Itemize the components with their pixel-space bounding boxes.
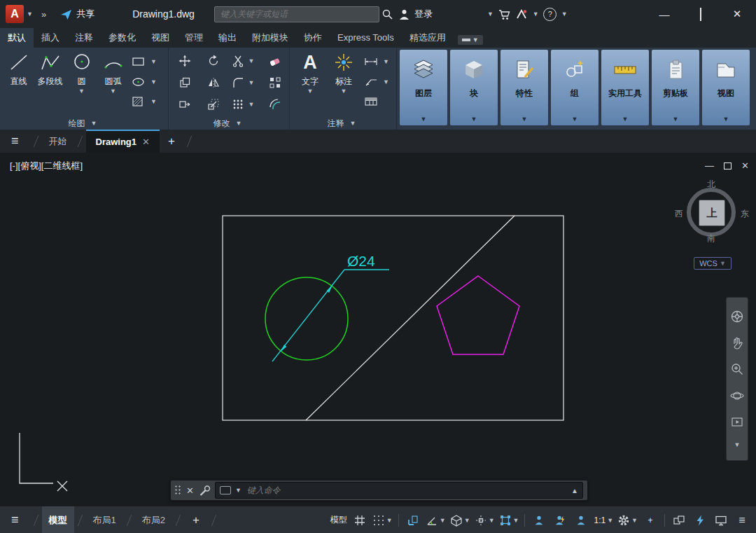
view-caret-icon[interactable]: ▼ [723,116,729,125]
leader-caret-icon[interactable]: ▼ [383,78,389,85]
help-icon[interactable]: ? [542,6,559,22]
clean-screen-button[interactable] [711,511,731,529]
diameter-dimension[interactable]: Ø24 [272,253,389,361]
user-icon[interactable] [396,6,413,22]
diagonal-line-shape[interactable] [306,216,514,420]
scale-button[interactable] [200,93,227,115]
viewcube-west-label[interactable]: 西 [675,208,683,220]
isodraft-button[interactable]: ▼ [449,511,472,529]
group-panel-tile[interactable]: 组 ▼ [551,50,598,125]
annotation-scale-button[interactable]: 1:1 ▼ [592,511,615,529]
tab-collaborate[interactable]: 协作 [296,28,330,48]
app-logo[interactable]: A [6,5,24,23]
viewcube-top-face[interactable]: 上 [699,200,725,226]
new-layout-button[interactable]: + [192,513,200,527]
text-button[interactable]: A 文字 ▼ [294,48,326,117]
fillet-caret-icon[interactable]: ▼ [248,79,255,86]
command-prompt-caret-icon[interactable]: ▼ [235,487,241,494]
annotation-autoscale-button[interactable] [550,511,570,529]
erase-button[interactable] [261,50,289,71]
linear-dimension-caret-icon[interactable]: ▼ [383,58,389,65]
explode-button[interactable] [261,71,289,93]
arc-button[interactable]: 圆弧 ▼ [97,48,129,117]
mirror-button[interactable] [200,71,227,93]
object-snap-caret-icon[interactable]: ▼ [513,517,519,524]
isolate-objects-button[interactable] [669,511,689,529]
customization-menu-button[interactable]: ≡ [732,511,752,529]
annotation-panel-label[interactable]: 注释▼ [290,117,396,130]
block-caret-icon[interactable]: ▼ [471,116,477,125]
command-close-icon[interactable]: ✕ [186,485,194,496]
search-icon[interactable] [379,6,396,22]
annotation-visibility-button[interactable] [529,511,549,529]
group-caret-icon[interactable]: ▼ [572,116,578,125]
leader-button[interactable]: ▼ [364,74,392,90]
annotation-scale-caret-icon[interactable]: ▼ [607,517,613,524]
tab-insert[interactable]: 插入 [34,28,67,48]
hatch-button[interactable]: ▼ [132,94,160,109]
trim-caret-icon[interactable]: ▼ [248,57,255,64]
file-tabs-menu-icon[interactable]: ≡ [11,134,19,148]
clipboard-caret-icon[interactable]: ▼ [673,116,679,125]
autodesk-access-icon[interactable] [513,6,530,22]
osnap-tracking-button[interactable]: ▼ [473,511,496,529]
pan-hand-icon[interactable] [730,336,744,350]
rectangle-caret-icon[interactable]: ▼ [150,58,157,65]
search-input[interactable] [219,8,374,20]
array-caret-icon[interactable]: ▼ [248,101,255,108]
command-input[interactable] [246,485,567,496]
arc-flyout-caret-icon[interactable]: ▼ [110,88,116,95]
dimension-button[interactable]: 标注 ▼ [326,48,361,117]
login-caret-icon[interactable]: ▼ [487,11,493,18]
object-snap-button[interactable]: ▼ [498,511,521,529]
stretch-button[interactable] [170,93,200,115]
line-button[interactable]: 直线 [3,48,34,117]
tab-express-tools[interactable]: Express Tools [330,28,402,48]
search-box[interactable] [214,6,379,22]
tab-featured-apps[interactable]: 精选应用 [402,28,454,48]
customize-plus-button[interactable]: + [640,511,660,529]
hatch-caret-icon[interactable]: ▼ [150,98,157,105]
command-line[interactable]: ✕ ▼ ▲ [170,480,588,501]
command-grip-handle[interactable] [174,485,181,496]
viewport-close-icon[interactable]: ✕ [741,160,749,171]
tab-addins[interactable]: 附加模块 [244,28,296,48]
snap-mode-button[interactable]: ▼ [371,511,394,529]
model-tab[interactable]: 模型 [42,506,74,533]
dynamic-input-button[interactable] [403,511,423,529]
close-button[interactable]: ✕ [731,8,743,20]
layers-caret-icon[interactable]: ▼ [421,116,427,125]
workspace-caret-icon[interactable]: ▼ [631,517,638,524]
app-menu-caret-icon[interactable]: ▼ [27,11,33,18]
command-history-caret-icon[interactable]: ▲ [571,487,578,494]
command-prompt-icon[interactable] [220,486,231,494]
navbar-caret-icon[interactable]: ▼ [734,441,741,448]
circle-shape[interactable] [265,277,348,360]
circle-flyout-caret-icon[interactable]: ▼ [78,88,85,95]
close-tab-icon[interactable]: ✕ [142,137,150,147]
layout2-tab[interactable]: 布局2 [135,506,172,533]
command-input-box[interactable]: ▼ ▲ [215,482,583,499]
cart-icon[interactable] [496,6,513,22]
osnap-tracking-caret-icon[interactable]: ▼ [489,517,495,524]
snap-caret-icon[interactable]: ▼ [386,517,393,524]
polar-tracking-button[interactable]: ▼ [424,511,447,529]
tab-view[interactable]: 视图 [144,28,177,48]
dimension-caret-icon[interactable]: ▼ [341,88,347,95]
polar-caret-icon[interactable]: ▼ [440,517,446,524]
view-panel-tile[interactable]: 视图 ▼ [702,50,750,125]
access-caret-icon[interactable]: ▼ [533,11,539,18]
drawing-canvas[interactable]: Ø24 [0,153,756,506]
viewport-minimize-icon[interactable]: — [705,160,714,171]
properties-caret-icon[interactable]: ▼ [522,116,528,125]
navigation-wheel-icon[interactable] [730,310,744,324]
tab-home[interactable]: 默认 [0,28,34,48]
block-panel-tile[interactable]: 块 ▼ [450,50,498,125]
annotation-scale-person-button[interactable] [571,511,591,529]
tab-manage[interactable]: 管理 [177,28,211,48]
rectangle-shape[interactable] [223,216,564,420]
drawing1-tab[interactable]: Drawing1 ✕ [86,130,160,153]
draw-panel-label[interactable]: 绘图▼ [0,117,168,130]
layout1-tab[interactable]: 布局1 [86,506,123,533]
minimize-button[interactable]: — [658,8,671,20]
